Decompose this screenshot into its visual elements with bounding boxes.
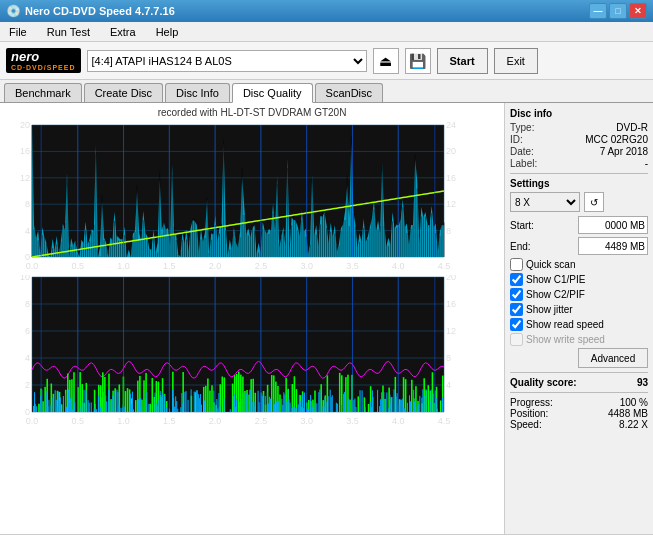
- speed-row: Speed: 8.22 X: [510, 419, 648, 430]
- minimize-button[interactable]: —: [589, 3, 607, 19]
- disc-id-row: ID: MCC 02RG20: [510, 134, 648, 145]
- quick-scan-row: Quick scan: [510, 258, 648, 271]
- divider-3: [510, 392, 648, 393]
- quality-score-label: Quality score:: [510, 377, 577, 388]
- show-jitter-label: Show jitter: [526, 304, 573, 315]
- tab-disc-info[interactable]: Disc Info: [165, 83, 230, 102]
- quality-score-row: Quality score: 93: [510, 377, 648, 388]
- progress-value: 100 %: [620, 397, 648, 408]
- tab-disc-quality[interactable]: Disc Quality: [232, 83, 313, 103]
- menu-extra[interactable]: Extra: [105, 24, 141, 40]
- speed-selector[interactable]: 8 X Maximum 4 X 2 X 1 X: [510, 192, 580, 212]
- start-button[interactable]: Start: [437, 48, 488, 74]
- divider-1: [510, 173, 648, 174]
- speed-setting-row: 8 X Maximum 4 X 2 X 1 X ↺: [510, 192, 648, 212]
- save-icon-button[interactable]: 💾: [405, 48, 431, 74]
- show-jitter-checkbox[interactable]: [510, 303, 523, 316]
- chart-area: recorded with HL-DT-ST DVDRAM GT20N: [0, 103, 505, 534]
- quality-score-value: 93: [637, 377, 648, 388]
- show-jitter-row: Show jitter: [510, 303, 648, 316]
- divider-2: [510, 372, 648, 373]
- quick-scan-checkbox[interactable]: [510, 258, 523, 271]
- end-field-label: End:: [510, 241, 531, 252]
- show-write-speed-row: Show write speed: [510, 333, 648, 346]
- start-field-row: Start:: [510, 216, 648, 234]
- title-bar-buttons: — □ ✕: [589, 3, 647, 19]
- disc-type-row: Type: DVD-R: [510, 122, 648, 133]
- tab-create-disc[interactable]: Create Disc: [84, 83, 163, 102]
- title-bar-left: 💿 Nero CD-DVD Speed 4.7.7.16: [6, 4, 175, 18]
- nero-logo: nero CD·DVD/SPEED: [6, 48, 81, 74]
- refresh-icon-button[interactable]: ↺: [584, 192, 604, 212]
- disc-type-value: DVD-R: [616, 122, 648, 133]
- speed-label: Speed:: [510, 419, 542, 430]
- disc-id-value: MCC 02RG20: [585, 134, 648, 145]
- maximize-button[interactable]: □: [609, 3, 627, 19]
- show-read-speed-label: Show read speed: [526, 319, 604, 330]
- menu-help[interactable]: Help: [151, 24, 184, 40]
- advanced-button[interactable]: Advanced: [578, 348, 648, 368]
- disc-label-value: -: [645, 158, 648, 169]
- quick-scan-label: Quick scan: [526, 259, 575, 270]
- title-bar: 💿 Nero CD-DVD Speed 4.7.7.16 — □ ✕: [0, 0, 653, 22]
- end-field-input[interactable]: [578, 237, 648, 255]
- right-panel: Disc info Type: DVD-R ID: MCC 02RG20 Dat…: [505, 103, 653, 534]
- disc-info-title: Disc info: [510, 108, 648, 119]
- show-write-speed-checkbox[interactable]: [510, 333, 523, 346]
- show-pif-row: Show C2/PIF: [510, 288, 648, 301]
- tab-benchmark[interactable]: Benchmark: [4, 83, 82, 102]
- main-content: recorded with HL-DT-ST DVDRAM GT20N Disc…: [0, 103, 653, 534]
- disc-date-row: Date: 7 Apr 2018: [510, 146, 648, 157]
- advanced-clearfix: Advanced: [510, 348, 648, 368]
- show-pie-checkbox[interactable]: [510, 273, 523, 286]
- end-field-row: End:: [510, 237, 648, 255]
- settings-title: Settings: [510, 178, 648, 189]
- drive-selector[interactable]: [4:4] ATAPI iHAS124 B AL0S: [87, 50, 367, 72]
- progress-row: Progress: 100 %: [510, 397, 648, 408]
- show-write-speed-label: Show write speed: [526, 334, 605, 345]
- show-read-speed-checkbox[interactable]: [510, 318, 523, 331]
- menu-file[interactable]: File: [4, 24, 32, 40]
- menu-run-test[interactable]: Run Test: [42, 24, 95, 40]
- start-field-input[interactable]: [578, 216, 648, 234]
- tab-bar: Benchmark Create Disc Disc Info Disc Qua…: [0, 80, 653, 103]
- top-chart: [4, 120, 472, 275]
- close-button[interactable]: ✕: [629, 3, 647, 19]
- chart-title: recorded with HL-DT-ST DVDRAM GT20N: [4, 107, 500, 118]
- toolbar: nero CD·DVD/SPEED [4:4] ATAPI iHAS124 B …: [0, 42, 653, 80]
- speed-value: 8.22 X: [619, 419, 648, 430]
- exit-button[interactable]: Exit: [494, 48, 538, 74]
- disc-date-label: Date:: [510, 146, 534, 157]
- show-pif-checkbox[interactable]: [510, 288, 523, 301]
- eject-icon-button[interactable]: ⏏: [373, 48, 399, 74]
- menu-bar: File Run Test Extra Help: [0, 22, 653, 42]
- app-title: Nero CD-DVD Speed 4.7.7.16: [25, 5, 175, 17]
- progress-label: Progress:: [510, 397, 553, 408]
- disc-date-value: 7 Apr 2018: [600, 146, 648, 157]
- show-pie-row: Show C1/PIE: [510, 273, 648, 286]
- disc-id-label: ID:: [510, 134, 523, 145]
- tab-scandisc[interactable]: ScanDisc: [315, 83, 383, 102]
- disc-label-label: Label:: [510, 158, 537, 169]
- bottom-chart: [4, 275, 472, 430]
- show-pie-label: Show C1/PIE: [526, 274, 585, 285]
- start-field-label: Start:: [510, 220, 534, 231]
- show-pif-label: Show C2/PIF: [526, 289, 585, 300]
- app-icon: 💿: [6, 4, 21, 18]
- position-row: Position: 4488 MB: [510, 408, 648, 419]
- disc-label-row: Label: -: [510, 158, 648, 169]
- show-read-speed-row: Show read speed: [510, 318, 648, 331]
- position-value: 4488 MB: [608, 408, 648, 419]
- disc-type-label: Type:: [510, 122, 534, 133]
- position-label: Position:: [510, 408, 548, 419]
